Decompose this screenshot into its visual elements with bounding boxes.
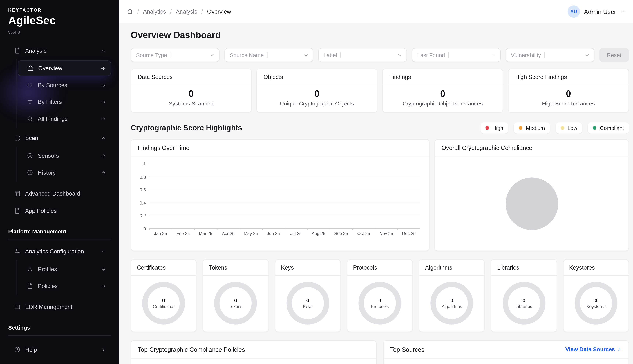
scan-icon [14, 135, 21, 141]
user-name: Admin User [584, 8, 616, 15]
donut-ring: 0 Algorithms [430, 282, 473, 324]
stat-value: 0 [383, 89, 503, 100]
nav-item-label: By Sources [38, 82, 67, 88]
stat-subtitle: Unique Cryptographic Objects [257, 101, 377, 112]
legend-medium[interactable]: Medium [514, 122, 550, 134]
nav-item-label: History [38, 169, 56, 176]
filter-source-type[interactable]: Source Type [131, 48, 220, 62]
stat-card-data-sources: Data Sources 0 Systems Scanned [131, 68, 252, 113]
sidebar-item-edr-management[interactable]: EDR Management [8, 299, 111, 315]
gridline [149, 202, 420, 203]
sidebar-item-help[interactable]: Help [8, 342, 111, 358]
stat-subtitle: High Score Instances [508, 101, 628, 112]
donut-value: 0 [594, 298, 597, 304]
table-header-row: Cryptographic Severity Name Findings [131, 359, 376, 364]
donut-title: Keys [275, 260, 340, 275]
sidebar-item-overview[interactable]: Overview [18, 60, 111, 76]
sidebar-item-by-filters[interactable]: By Filters [18, 94, 111, 110]
gridline [149, 190, 420, 190]
sidebar-item-all-findings[interactable]: All Findings [18, 111, 111, 126]
donut-ring: 0 Protocols [358, 282, 401, 324]
donut-ring: 0 Libraries [502, 282, 545, 324]
sidebar-item-by-sources[interactable]: By Sources [18, 77, 111, 93]
home-icon[interactable] [127, 8, 133, 15]
donut-title: Tokens [203, 260, 268, 275]
divider [340, 52, 341, 58]
chevron-down-icon [397, 52, 402, 58]
x-tick: Mar 25 [194, 231, 217, 236]
chevron-up-icon [101, 48, 106, 53]
donut-value: 0 [306, 298, 309, 304]
sidebar-item-policies[interactable]: Policies [18, 278, 111, 294]
briefcase-icon [27, 65, 34, 72]
donut-card-libraries: Libraries 0 Libraries [491, 259, 557, 332]
divider [448, 52, 449, 58]
donut-card-keystores: Keystores 0 Keystores [563, 259, 629, 332]
donut-label: Keys [303, 304, 312, 309]
stat-title: Data Sources [131, 69, 251, 84]
filter-source-name[interactable]: Source Name [224, 48, 313, 62]
y-tick: 0.6 [140, 187, 146, 192]
gridline [149, 216, 420, 216]
donut-title: Certificates [131, 260, 196, 275]
chevron-right-icon [617, 347, 622, 352]
sidebar-item-profiles[interactable]: Profiles [18, 261, 111, 277]
donut-title: Libraries [491, 260, 556, 275]
legend-low[interactable]: Low [555, 122, 582, 134]
sidebar-group-analysis[interactable]: Analysis [8, 43, 111, 58]
stat-cards: Data Sources 0 Systems Scanned Objects 0… [131, 68, 629, 113]
sidebar-item-history[interactable]: History [18, 165, 111, 180]
section-settings: Settings [8, 324, 111, 331]
sidebar-item-app-policies[interactable]: App Policies [8, 203, 111, 218]
section-platform-management: Platform Management [8, 228, 111, 235]
sensor-icon [27, 152, 34, 159]
main-area: / Analytics / Analysis / Overview AU Adm… [119, 0, 633, 364]
y-tick: 0.8 [140, 174, 146, 180]
top-policies-card: Top Cryptographic Compliance Policies Cr… [131, 340, 377, 364]
card-icon [14, 304, 21, 310]
arrow-right-icon [101, 99, 106, 104]
filter-last-found[interactable]: Last Found [412, 48, 501, 62]
filter-vulnerability[interactable]: Vulnerability [506, 48, 594, 62]
x-tick: Jul 25 [285, 231, 307, 236]
plot-area [149, 164, 420, 229]
medium-dot [519, 126, 522, 130]
section-title: Cryptographic Score Highlights [131, 124, 242, 132]
score-legend: High Medium Low Compliant [480, 122, 629, 134]
breadcrumb-analysis[interactable]: Analysis [176, 8, 197, 15]
donut-chart: 0 Algorithms [419, 276, 484, 332]
reset-button[interactable]: Reset [599, 48, 629, 62]
sidebar-group-scan[interactable]: Scan [8, 130, 111, 146]
donut-chart: 0 Keys [275, 276, 340, 332]
filter-label[interactable]: Label [318, 48, 407, 62]
sidebar: KEYFACTOR AgileSec v3.4.0 Analysis Overv… [0, 0, 119, 364]
x-tick: Jun 25 [262, 231, 285, 236]
x-tick: Nov 25 [375, 231, 397, 236]
nav-item-label: Policies [38, 282, 58, 289]
legend-high[interactable]: High [480, 122, 508, 134]
sidebar-item-advanced-dashboard[interactable]: Advanced Dashboard [8, 186, 111, 201]
donut-label: Protocols [371, 304, 389, 309]
document-icon [14, 208, 21, 214]
view-data-sources-link[interactable]: View Data Sources [565, 346, 622, 352]
x-tick: Jan 25 [149, 231, 172, 236]
donut-chart: 0 Tokens [203, 276, 268, 332]
breadcrumb-separator: / [137, 8, 139, 15]
arrow-right-icon [100, 66, 106, 71]
brand: KEYFACTOR AgileSec v3.4.0 [8, 7, 111, 34]
sliders-icon [14, 248, 21, 255]
donut-label: Certificates [153, 304, 175, 309]
divider [508, 84, 628, 85]
y-tick: 0.4 [140, 200, 146, 205]
user-menu[interactable]: AU Admin User [567, 5, 626, 18]
sidebar-group-analytics-configuration[interactable]: Analytics Configuration [8, 244, 111, 259]
sidebar-item-sensors[interactable]: Sensors [18, 148, 111, 164]
filter-placeholder: Source Name [230, 52, 264, 58]
analysis-submenu: Overview By Sources By Filters All Findi… [17, 59, 111, 128]
donut-title: Protocols [347, 260, 412, 275]
legend-compliant[interactable]: Compliant [588, 122, 629, 134]
compliant-dot [593, 126, 597, 130]
breadcrumb-analytics[interactable]: Analytics [143, 8, 166, 15]
charts-row: Findings Over Time 1 0.8 0.6 0.4 0.2 0 [131, 139, 629, 251]
donut-chart: 0 Certificates [131, 276, 196, 332]
